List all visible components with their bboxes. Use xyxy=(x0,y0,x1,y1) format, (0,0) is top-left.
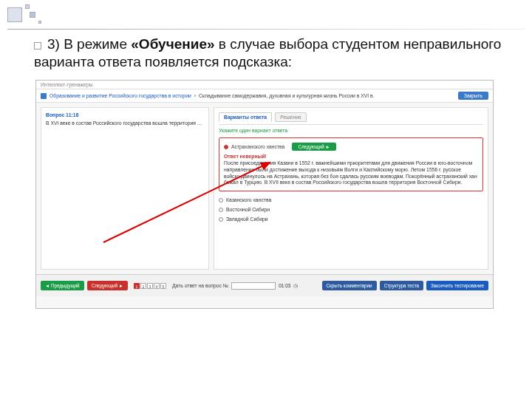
question-pane: Вопрос 11:18 В XVI веке в состав Российс… xyxy=(41,107,209,270)
slide-title: 3) В режиме «Обучение» в случае выбора с… xyxy=(34,35,510,71)
close-button[interactable]: Закрыть xyxy=(458,92,488,100)
next-button[interactable]: Следующий ► xyxy=(87,281,128,290)
radio-icon[interactable] xyxy=(219,208,223,212)
wrong-answer-highlight: Астраханского ханства Следующий ► Ответ … xyxy=(219,137,483,191)
breadcrumb-root[interactable]: Образование и развитие Российского госуд… xyxy=(50,93,191,98)
tab-solution[interactable]: Решение xyxy=(275,112,307,122)
title-pre: 3) В режиме xyxy=(47,36,131,52)
question-text: В XVI веке в состав Российского государс… xyxy=(46,120,204,127)
clock-icon: ◷ xyxy=(293,283,298,289)
footer-bar: ◄ Предыдущий Следующий ► 1 2 3 4 5 Дать … xyxy=(36,274,493,296)
app-frame: Интеллект-тренажеры Образование и развит… xyxy=(35,80,494,309)
answer-pane: Варианты ответа Решение Укажите один вар… xyxy=(214,107,488,270)
option-b-label[interactable]: Казанского ханства xyxy=(226,197,271,202)
jump-label: Дать ответ на вопрос № xyxy=(172,283,228,288)
slide-corner-deco xyxy=(0,0,89,30)
timer: 01:03 xyxy=(279,283,290,288)
option-d-label[interactable]: Западной Сибири xyxy=(226,216,268,222)
page-2[interactable]: 2 xyxy=(140,283,146,289)
answer-instruction: Укажите один вариант ответа xyxy=(219,128,483,133)
finish-button[interactable]: Закончить тестирование xyxy=(426,281,488,290)
breadcrumb-current: Складывание самодержавия, духовная и кул… xyxy=(199,93,375,98)
tab-variants[interactable]: Варианты ответа xyxy=(219,112,272,122)
jump-input[interactable] xyxy=(231,282,276,290)
inline-next-button[interactable]: Следующий ► xyxy=(292,143,335,151)
page-nav: 1 2 3 4 5 xyxy=(134,283,166,289)
slide-top-rule xyxy=(7,29,525,30)
page-1[interactable]: 1 xyxy=(134,283,140,289)
app-header: Интеллект-тренажеры xyxy=(36,81,493,89)
page-3[interactable]: 3 xyxy=(147,283,153,289)
option-a-label[interactable]: Астраханского ханства xyxy=(231,144,284,149)
radio-icon[interactable] xyxy=(219,198,223,202)
page-5[interactable]: 5 xyxy=(160,283,166,289)
breadcrumb: Образование и развитие Российского госуд… xyxy=(36,89,493,103)
breadcrumb-sep: › xyxy=(194,93,196,98)
prev-button[interactable]: ◄ Предыдущий xyxy=(41,281,84,290)
option-c-label[interactable]: Восточной Сибири xyxy=(226,207,270,212)
structure-button[interactable]: Структура теста xyxy=(380,281,423,290)
hint-text: После присоединения Казани в 1552 г. важ… xyxy=(224,160,478,186)
title-bold: «Обучение» xyxy=(131,36,214,52)
hint-heading: Ответ неверный! xyxy=(224,154,267,159)
toggle-comments-button[interactable]: Скрыть комментарии xyxy=(322,281,377,290)
bullet-icon xyxy=(34,42,41,50)
doc-icon xyxy=(41,93,47,99)
page-4[interactable]: 4 xyxy=(154,283,160,289)
question-number: Вопрос 11:18 xyxy=(46,112,204,117)
radio-selected-icon[interactable] xyxy=(224,145,228,149)
radio-icon[interactable] xyxy=(219,217,223,222)
